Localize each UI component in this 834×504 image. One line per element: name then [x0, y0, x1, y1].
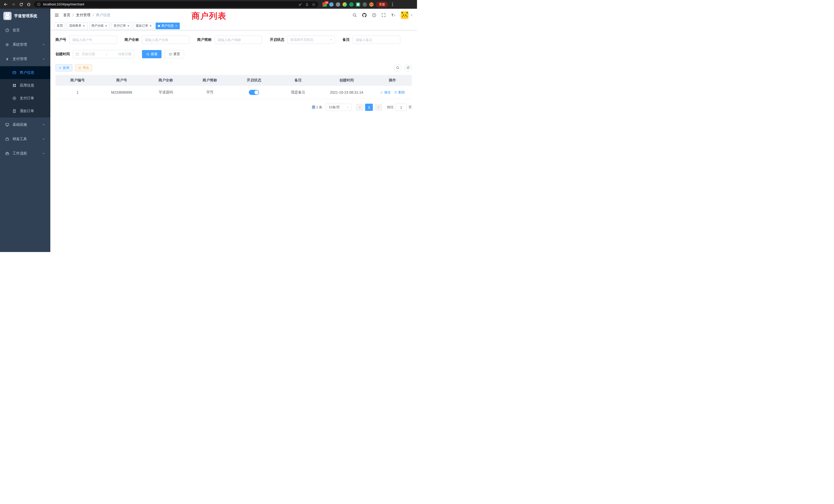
- chevron-left-icon: [358, 106, 361, 109]
- search-icon[interactable]: [352, 13, 357, 18]
- sidebar-item-system[interactable]: 系统管理: [0, 38, 50, 52]
- tab-pay-order[interactable]: 支付订单×: [111, 23, 132, 29]
- cell-merchant-no: M233666999: [100, 90, 144, 94]
- sidebar-item-label: 研发工具: [13, 137, 39, 141]
- close-icon[interactable]: ×: [105, 24, 108, 27]
- button-label: 重置: [173, 52, 180, 56]
- target-icon: [12, 96, 17, 100]
- page-size-select[interactable]: 10条/页: [326, 104, 352, 111]
- sidebar-item-label: 支付订单: [20, 96, 45, 100]
- refresh-table-button[interactable]: [404, 64, 412, 72]
- extensions-puzzle-icon[interactable]: 10: [323, 2, 327, 7]
- close-icon[interactable]: ×: [175, 24, 177, 27]
- extension-green-icon[interactable]: [349, 2, 354, 7]
- sidebar-item-pay-order[interactable]: 支付订单: [0, 92, 50, 105]
- filter-create-time: 创建时间 开始日期 - 结束日期: [56, 50, 134, 58]
- info-icon[interactable]: [37, 2, 41, 7]
- sidebar-item-home[interactable]: 首页: [0, 23, 50, 38]
- key-icon[interactable]: [298, 2, 303, 7]
- tab-label: 退款订单: [136, 24, 148, 28]
- sidebar-item-merchant-info[interactable]: 商户信息: [0, 66, 50, 79]
- close-icon[interactable]: ×: [127, 24, 130, 27]
- show-search-button[interactable]: [394, 64, 401, 72]
- status-select[interactable]: 请选择开启状态: [287, 36, 335, 44]
- breadcrumb-home[interactable]: 首页: [63, 13, 70, 18]
- status-toggle-switch[interactable]: [249, 90, 259, 95]
- column-header: 创建时间: [320, 78, 373, 83]
- update-button[interactable]: 更新: [376, 2, 388, 7]
- star-icon[interactable]: [311, 2, 316, 7]
- cell-merchant-id: 1: [56, 90, 100, 94]
- menu-fold-icon[interactable]: [54, 13, 59, 18]
- tab-user-group[interactable]: 用户分组×: [89, 23, 110, 29]
- add-button[interactable]: 新增: [56, 64, 72, 71]
- column-header: 商户号: [100, 78, 144, 83]
- browser-chrome: localhost:1024/pay/merchant 10 更新: [0, 0, 417, 9]
- share-icon[interactable]: [305, 2, 309, 7]
- extension-sheet-icon[interactable]: [356, 2, 360, 7]
- search-icon: [146, 53, 150, 56]
- chevron-down-icon: [329, 38, 332, 41]
- page-size-value: 10条/页: [329, 105, 340, 110]
- edit-icon: [380, 91, 383, 94]
- sidebar-logo[interactable]: 芋道管理系统: [0, 9, 50, 23]
- tab-label: 用户分组: [91, 24, 104, 28]
- delete-link[interactable]: 删除: [394, 90, 405, 95]
- close-icon[interactable]: ×: [150, 24, 152, 27]
- navbar-actions: ? TT: [352, 11, 413, 19]
- sidebar-item-infrastructure[interactable]: 基础设施: [0, 117, 50, 132]
- tab-home[interactable]: 首页: [54, 23, 65, 29]
- back-icon[interactable]: [3, 2, 8, 7]
- font-size-icon[interactable]: TT: [391, 13, 396, 18]
- sidebar-item-refund-order[interactable]: 退款订单: [0, 105, 50, 117]
- breadcrumb-separator: /: [73, 13, 74, 17]
- close-icon[interactable]: ×: [83, 24, 85, 27]
- fullscreen-icon[interactable]: [381, 13, 386, 18]
- remark-input[interactable]: [353, 36, 400, 44]
- short-name-input[interactable]: [214, 36, 262, 44]
- extension-emoji-icon[interactable]: [369, 2, 374, 7]
- user-menu[interactable]: [401, 11, 413, 19]
- merchant-no-input[interactable]: [69, 36, 117, 44]
- extension-dark-icon[interactable]: [363, 2, 367, 7]
- tab-merchant-info[interactable]: 商户信息×: [156, 23, 180, 29]
- sidebar-item-dev-tools[interactable]: 研发工具: [0, 132, 50, 146]
- pikachu-avatar: [401, 11, 409, 19]
- sidebar-item-payment[interactable]: ¥ 支付管理: [0, 52, 50, 66]
- page-annotation: 商户列表: [192, 10, 226, 22]
- question-icon[interactable]: ?: [372, 13, 376, 18]
- grid-icon: [12, 84, 17, 88]
- reload-icon[interactable]: [19, 2, 24, 7]
- prev-page-button[interactable]: [356, 104, 364, 111]
- edit-link[interactable]: 修改: [380, 90, 391, 95]
- extension-avatar-icon[interactable]: [343, 2, 347, 7]
- breadcrumb-current: 商户信息: [96, 13, 110, 18]
- sidebar-item-app-info[interactable]: 应用信息: [0, 79, 50, 92]
- chevron-down-icon: [42, 138, 45, 141]
- reset-button[interactable]: 重置: [164, 50, 184, 58]
- select-placeholder: 请选择开启状态: [290, 38, 313, 42]
- top-navbar: 首页 / 支付管理 / 商户信息 ?: [50, 9, 417, 22]
- home-icon[interactable]: [26, 2, 31, 7]
- address-bar[interactable]: localhost:1024/pay/merchant: [34, 1, 319, 7]
- sidebar-item-workflow[interactable]: 工作流程: [0, 146, 50, 161]
- tab-process-form[interactable]: 流程表单×: [67, 23, 88, 29]
- search-button[interactable]: 搜索: [142, 50, 161, 58]
- extension-drop-icon[interactable]: [329, 2, 333, 7]
- full-name-input[interactable]: [142, 36, 190, 44]
- next-page-button[interactable]: [374, 104, 382, 111]
- kebab-menu-icon[interactable]: [391, 2, 394, 7]
- export-button[interactable]: 导出: [75, 64, 92, 71]
- tab-refund-order[interactable]: 退款订单×: [133, 23, 154, 29]
- page-number-1[interactable]: 1: [365, 104, 373, 111]
- goto-page-input[interactable]: [395, 104, 407, 111]
- extension-gray-icon[interactable]: [336, 2, 340, 7]
- filter-short-name: 商户简称: [197, 36, 262, 44]
- forward-icon[interactable]: [11, 2, 16, 7]
- date-range-picker[interactable]: 开始日期 - 结束日期: [73, 50, 134, 58]
- chevron-down-icon: [346, 106, 349, 109]
- table-toolbar: 新增 导出: [56, 64, 412, 72]
- breadcrumb-payment[interactable]: 支付管理: [76, 13, 90, 18]
- github-icon[interactable]: [362, 13, 367, 18]
- filter-merchant-no: 商户号: [56, 36, 117, 44]
